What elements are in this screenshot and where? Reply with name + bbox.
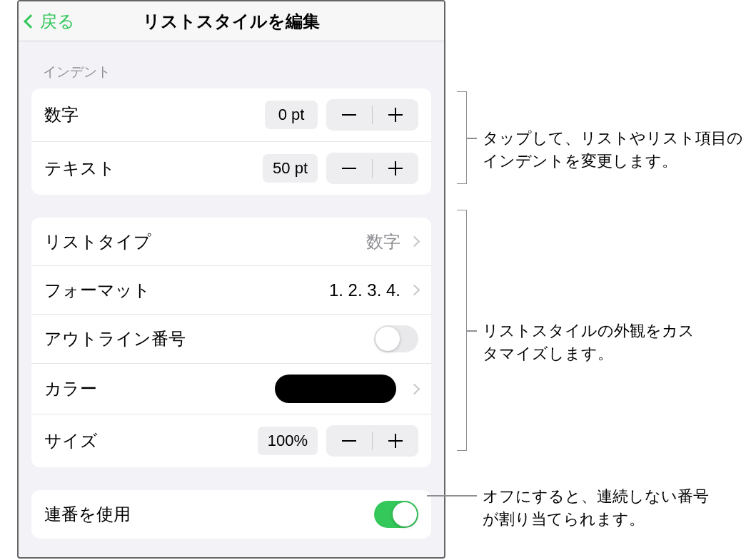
indent-group: 数字 0 pt テキスト 50 pt <box>31 88 431 195</box>
size-plus[interactable] <box>373 425 418 457</box>
size-stepper <box>326 425 418 457</box>
back-label: 戻る <box>40 10 75 33</box>
indent-text-row: テキスト 50 pt <box>31 142 431 195</box>
indent-number-stepper <box>326 99 418 131</box>
format-label: フォーマット <box>44 279 329 302</box>
callout-indent: タップして、リストやリスト項目のインデントを変更します。 <box>483 127 747 173</box>
indent-section-title: インデント <box>43 63 431 81</box>
indent-number-label: 数字 <box>44 103 265 126</box>
format-row[interactable]: フォーマット 1. 2. 3. 4. <box>31 266 431 315</box>
format-value: 1. 2. 3. 4. <box>329 280 400 300</box>
indent-number-minus[interactable] <box>326 99 372 131</box>
list-type-value: 数字 <box>366 230 400 253</box>
color-row[interactable]: カラー <box>31 364 431 414</box>
callout-sequential: オフにすると、連続しない番号が割り当てられます。 <box>483 485 718 531</box>
outline-toggle[interactable] <box>374 325 418 352</box>
indent-number-row: 数字 0 pt <box>31 88 431 142</box>
settings-panel: 戻る リストスタイルを編集 インデント 数字 0 pt テキスト 50 pt <box>17 0 445 559</box>
size-minus[interactable] <box>326 425 372 457</box>
list-type-label: リストタイプ <box>44 230 366 253</box>
chevron-left-icon <box>24 14 38 29</box>
chevron-right-icon <box>409 236 420 248</box>
sequential-row: 連番を使用 <box>31 490 431 539</box>
outline-row: アウトライン番号 <box>31 315 431 364</box>
callout-bracket <box>457 210 467 451</box>
back-button[interactable]: 戻る <box>26 10 75 33</box>
indent-text-plus[interactable] <box>373 153 418 184</box>
color-label: カラー <box>44 377 275 400</box>
panel-header: 戻る リストスタイルを編集 <box>19 1 444 41</box>
style-group: リストタイプ 数字 フォーマット 1. 2. 3. 4. アウトライン番号 カラ… <box>31 218 431 467</box>
callout-leader <box>427 495 477 497</box>
header-title: リストスタイルを編集 <box>143 10 320 33</box>
callout-bracket <box>457 91 467 184</box>
outline-label: アウトライン番号 <box>44 327 374 350</box>
sequential-toggle[interactable] <box>374 501 418 528</box>
sequential-label: 連番を使用 <box>44 503 374 526</box>
indent-number-plus[interactable] <box>373 99 418 131</box>
chevron-right-icon <box>409 383 420 394</box>
list-type-row[interactable]: リストタイプ 数字 <box>31 218 431 266</box>
indent-text-minus[interactable] <box>326 153 372 184</box>
callout-leader <box>467 330 477 332</box>
chevron-right-icon <box>409 285 420 296</box>
size-row: サイズ 100% <box>31 414 431 467</box>
indent-text-stepper <box>326 153 418 184</box>
indent-text-value[interactable]: 50 pt <box>263 154 318 183</box>
callout-leader <box>467 138 477 139</box>
indent-text-label: テキスト <box>44 157 263 180</box>
size-value[interactable]: 100% <box>258 427 318 455</box>
indent-number-value[interactable]: 0 pt <box>265 101 318 129</box>
sequential-group: 連番を使用 <box>31 490 431 539</box>
callout-style: リストスタイルの外観をカスタマイズします。 <box>483 320 704 365</box>
color-swatch <box>275 375 396 403</box>
size-label: サイズ <box>44 429 258 452</box>
